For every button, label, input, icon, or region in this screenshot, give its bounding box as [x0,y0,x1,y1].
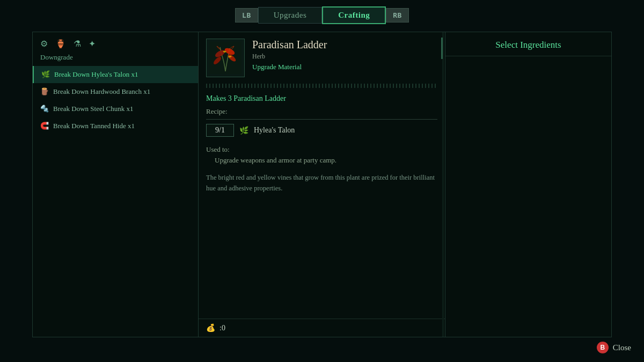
recipe-item-3[interactable]: 🧲 Break Down Tanned Hide x1 [33,117,198,135]
recipe-icon-2: 🔩 [40,105,49,113]
ingredient-name: Hylea's Talon [254,126,295,135]
b-icon: B [597,342,609,353]
used-to-text: Upgrade weapons and armor at party camp. [206,156,437,165]
plant-illustration [209,42,241,74]
recipe-icon-3: 🧲 [40,122,49,130]
item-type: Herb [252,53,327,61]
gold-icon: 💰 [206,323,215,333]
gold-count: :0 [219,324,225,333]
rb-button[interactable]: RB [386,8,409,23]
used-to-label: Used to: [206,145,437,154]
quantity-box: 9/1 [206,124,234,137]
top-nav: LB Upgrades Crafting RB [0,0,644,29]
item-info: Paradisan Ladder Herb Upgrade Material [252,39,327,71]
left-panel: ⚙ 🏺 ⚗ ✦ Downgrade 🌿 Break Down Hylea's T… [32,32,199,337]
item-image [206,39,245,77]
lb-button[interactable]: LB [235,8,258,23]
recipe-section-label: Recipe: [206,107,437,116]
downgrade-label: Downgrade [33,53,198,66]
recipe-label-0: Break Down Hylea's Talon x1 [54,70,138,79]
scroll-track [442,32,444,337]
filter-icon-3[interactable]: ⚗ [74,39,81,49]
item-subtitle: Upgrade Material [252,63,327,71]
recipe-list: 🌿 Break Down Hylea's Talon x1 🪵 Break Do… [33,66,198,135]
description-text: The bright red and yellow vines that gro… [206,172,437,194]
recipe-label-1: Break Down Hardwood Branch x1 [53,87,150,96]
main-layout: ⚙ 🏺 ⚗ ✦ Downgrade 🌿 Break Down Hylea's T… [32,32,612,337]
ingredient-row: 9/1 🌿 Hylea's Talon [206,124,437,137]
filter-icons: ⚙ 🏺 ⚗ ✦ [33,32,198,53]
recipe-underline [206,119,437,120]
middle-content: Makes 3 Paradisan Ladder Recipe: 9/1 🌿 H… [199,88,445,319]
recipe-item-1[interactable]: 🪵 Break Down Hardwood Branch x1 [33,83,198,100]
close-button[interactable]: B Close [597,342,631,353]
middle-panel: Paradisan Ladder Herb Upgrade Material M… [199,32,445,337]
recipe-item-2[interactable]: 🔩 Break Down Steel Chunk x1 [33,100,198,117]
recipe-icon-0: 🌿 [41,70,50,79]
crafting-tab[interactable]: Crafting [322,6,386,24]
recipe-item-0[interactable]: 🌿 Break Down Hylea's Talon x1 [33,66,198,83]
item-header: Paradisan Ladder Herb Upgrade Material [199,32,445,84]
right-panel-header: Select Ingredients [445,32,611,56]
makes-label: Makes 3 Paradisan Ladder [206,94,437,103]
item-title: Paradisan Ladder [252,39,327,51]
filter-icon-2[interactable]: 🏺 [55,39,66,49]
bottom-bar: 💰 :0 [199,319,445,337]
top-divider [206,84,437,88]
recipe-label-3: Break Down Tanned Hide x1 [53,122,135,130]
right-panel: Select Ingredients [445,32,612,337]
ingredient-icon: 🌿 [239,126,248,135]
upgrades-tab[interactable]: Upgrades [258,7,322,24]
scroll-thumb[interactable] [441,38,443,59]
recipe-label-2: Break Down Steel Chunk x1 [53,105,133,113]
right-panel-content [445,56,611,337]
filter-icon-4[interactable]: ✦ [89,39,96,49]
filter-icon-1[interactable]: ⚙ [40,39,48,49]
close-label: Close [613,343,631,352]
recipe-icon-1: 🪵 [40,87,49,96]
